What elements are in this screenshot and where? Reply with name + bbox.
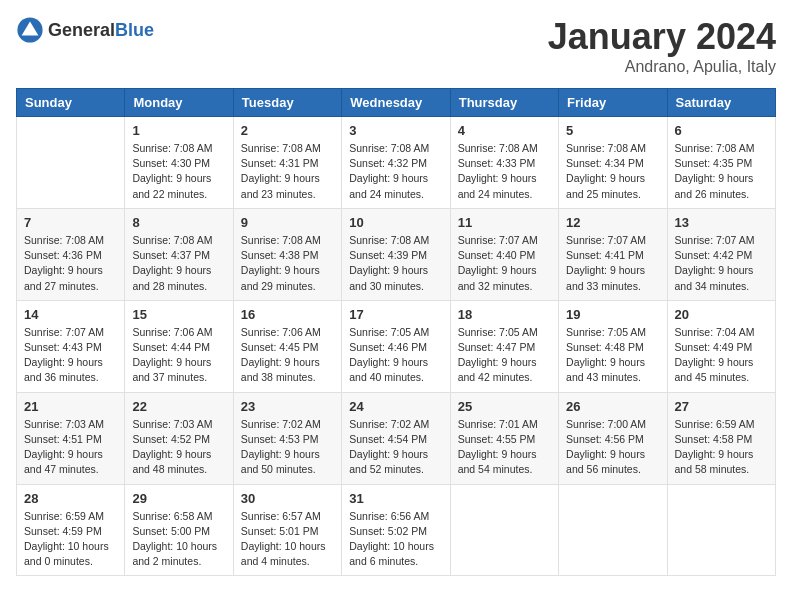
- calendar-week-row: 1 Sunrise: 7:08 AMSunset: 4:30 PMDayligh…: [17, 117, 776, 209]
- calendar-cell: 4 Sunrise: 7:08 AMSunset: 4:33 PMDayligh…: [450, 117, 558, 209]
- calendar-cell: 29 Sunrise: 6:58 AMSunset: 5:00 PMDaylig…: [125, 484, 233, 576]
- day-info: Sunrise: 6:57 AMSunset: 5:01 PMDaylight:…: [241, 509, 334, 570]
- day-number: 10: [349, 215, 442, 230]
- calendar-cell: 24 Sunrise: 7:02 AMSunset: 4:54 PMDaylig…: [342, 392, 450, 484]
- day-number: 2: [241, 123, 334, 138]
- calendar-cell: 11 Sunrise: 7:07 AMSunset: 4:40 PMDaylig…: [450, 208, 558, 300]
- calendar-cell: 7 Sunrise: 7:08 AMSunset: 4:36 PMDayligh…: [17, 208, 125, 300]
- calendar-cell: 25 Sunrise: 7:01 AMSunset: 4:55 PMDaylig…: [450, 392, 558, 484]
- day-info: Sunrise: 7:08 AMSunset: 4:39 PMDaylight:…: [349, 233, 442, 294]
- day-info: Sunrise: 7:02 AMSunset: 4:53 PMDaylight:…: [241, 417, 334, 478]
- calendar-cell: 27 Sunrise: 6:59 AMSunset: 4:58 PMDaylig…: [667, 392, 775, 484]
- day-info: Sunrise: 6:59 AMSunset: 4:59 PMDaylight:…: [24, 509, 117, 570]
- calendar-cell: 1 Sunrise: 7:08 AMSunset: 4:30 PMDayligh…: [125, 117, 233, 209]
- day-number: 26: [566, 399, 659, 414]
- calendar-cell: 8 Sunrise: 7:08 AMSunset: 4:37 PMDayligh…: [125, 208, 233, 300]
- day-number: 31: [349, 491, 442, 506]
- day-number: 6: [675, 123, 768, 138]
- calendar-cell: 23 Sunrise: 7:02 AMSunset: 4:53 PMDaylig…: [233, 392, 341, 484]
- calendar-cell: 18 Sunrise: 7:05 AMSunset: 4:47 PMDaylig…: [450, 300, 558, 392]
- day-number: 28: [24, 491, 117, 506]
- calendar-cell: 10 Sunrise: 7:08 AMSunset: 4:39 PMDaylig…: [342, 208, 450, 300]
- calendar-cell: 19 Sunrise: 7:05 AMSunset: 4:48 PMDaylig…: [559, 300, 667, 392]
- calendar-cell: 12 Sunrise: 7:07 AMSunset: 4:41 PMDaylig…: [559, 208, 667, 300]
- calendar-cell: 2 Sunrise: 7:08 AMSunset: 4:31 PMDayligh…: [233, 117, 341, 209]
- day-number: 27: [675, 399, 768, 414]
- calendar-cell: 16 Sunrise: 7:06 AMSunset: 4:45 PMDaylig…: [233, 300, 341, 392]
- day-number: 24: [349, 399, 442, 414]
- calendar-cell: 22 Sunrise: 7:03 AMSunset: 4:52 PMDaylig…: [125, 392, 233, 484]
- calendar-week-row: 14 Sunrise: 7:07 AMSunset: 4:43 PMDaylig…: [17, 300, 776, 392]
- weekday-header-row: SundayMondayTuesdayWednesdayThursdayFrid…: [17, 89, 776, 117]
- page-header: GeneralBlue January 2024 Andrano, Apulia…: [16, 16, 776, 76]
- weekday-header: Friday: [559, 89, 667, 117]
- day-info: Sunrise: 7:08 AMSunset: 4:31 PMDaylight:…: [241, 141, 334, 202]
- day-number: 8: [132, 215, 225, 230]
- calendar-cell: [450, 484, 558, 576]
- calendar-week-row: 21 Sunrise: 7:03 AMSunset: 4:51 PMDaylig…: [17, 392, 776, 484]
- day-number: 16: [241, 307, 334, 322]
- calendar-cell: 17 Sunrise: 7:05 AMSunset: 4:46 PMDaylig…: [342, 300, 450, 392]
- calendar-cell: [559, 484, 667, 576]
- calendar-cell: 31 Sunrise: 6:56 AMSunset: 5:02 PMDaylig…: [342, 484, 450, 576]
- day-number: 13: [675, 215, 768, 230]
- day-number: 19: [566, 307, 659, 322]
- day-number: 3: [349, 123, 442, 138]
- calendar-cell: 14 Sunrise: 7:07 AMSunset: 4:43 PMDaylig…: [17, 300, 125, 392]
- day-info: Sunrise: 7:06 AMSunset: 4:44 PMDaylight:…: [132, 325, 225, 386]
- calendar-cell: 13 Sunrise: 7:07 AMSunset: 4:42 PMDaylig…: [667, 208, 775, 300]
- calendar-cell: 26 Sunrise: 7:00 AMSunset: 4:56 PMDaylig…: [559, 392, 667, 484]
- logo-icon: [16, 16, 44, 44]
- day-info: Sunrise: 7:05 AMSunset: 4:48 PMDaylight:…: [566, 325, 659, 386]
- weekday-header: Thursday: [450, 89, 558, 117]
- day-number: 22: [132, 399, 225, 414]
- calendar-cell: 28 Sunrise: 6:59 AMSunset: 4:59 PMDaylig…: [17, 484, 125, 576]
- day-info: Sunrise: 6:58 AMSunset: 5:00 PMDaylight:…: [132, 509, 225, 570]
- day-number: 7: [24, 215, 117, 230]
- day-number: 12: [566, 215, 659, 230]
- day-info: Sunrise: 6:59 AMSunset: 4:58 PMDaylight:…: [675, 417, 768, 478]
- calendar-cell: [17, 117, 125, 209]
- weekday-header: Tuesday: [233, 89, 341, 117]
- day-info: Sunrise: 7:03 AMSunset: 4:52 PMDaylight:…: [132, 417, 225, 478]
- day-info: Sunrise: 7:08 AMSunset: 4:34 PMDaylight:…: [566, 141, 659, 202]
- day-number: 14: [24, 307, 117, 322]
- day-info: Sunrise: 7:00 AMSunset: 4:56 PMDaylight:…: [566, 417, 659, 478]
- calendar-cell: 15 Sunrise: 7:06 AMSunset: 4:44 PMDaylig…: [125, 300, 233, 392]
- day-number: 20: [675, 307, 768, 322]
- day-info: Sunrise: 7:01 AMSunset: 4:55 PMDaylight:…: [458, 417, 551, 478]
- calendar-title: January 2024: [548, 16, 776, 58]
- day-info: Sunrise: 7:08 AMSunset: 4:33 PMDaylight:…: [458, 141, 551, 202]
- day-number: 9: [241, 215, 334, 230]
- calendar-cell: 3 Sunrise: 7:08 AMSunset: 4:32 PMDayligh…: [342, 117, 450, 209]
- day-info: Sunrise: 7:08 AMSunset: 4:37 PMDaylight:…: [132, 233, 225, 294]
- weekday-header: Sunday: [17, 89, 125, 117]
- day-info: Sunrise: 7:05 AMSunset: 4:46 PMDaylight:…: [349, 325, 442, 386]
- day-number: 11: [458, 215, 551, 230]
- day-number: 1: [132, 123, 225, 138]
- day-info: Sunrise: 7:08 AMSunset: 4:30 PMDaylight:…: [132, 141, 225, 202]
- day-number: 18: [458, 307, 551, 322]
- logo-text-general: General: [48, 20, 115, 40]
- calendar-cell: 6 Sunrise: 7:08 AMSunset: 4:35 PMDayligh…: [667, 117, 775, 209]
- calendar-table: SundayMondayTuesdayWednesdayThursdayFrid…: [16, 88, 776, 576]
- day-info: Sunrise: 7:07 AMSunset: 4:42 PMDaylight:…: [675, 233, 768, 294]
- calendar-cell: [667, 484, 775, 576]
- day-info: Sunrise: 7:03 AMSunset: 4:51 PMDaylight:…: [24, 417, 117, 478]
- weekday-header: Monday: [125, 89, 233, 117]
- logo: GeneralBlue: [16, 16, 154, 44]
- day-number: 29: [132, 491, 225, 506]
- weekday-header: Saturday: [667, 89, 775, 117]
- calendar-subtitle: Andrano, Apulia, Italy: [548, 58, 776, 76]
- day-info: Sunrise: 7:07 AMSunset: 4:43 PMDaylight:…: [24, 325, 117, 386]
- calendar-week-row: 7 Sunrise: 7:08 AMSunset: 4:36 PMDayligh…: [17, 208, 776, 300]
- calendar-week-row: 28 Sunrise: 6:59 AMSunset: 4:59 PMDaylig…: [17, 484, 776, 576]
- day-info: Sunrise: 7:07 AMSunset: 4:41 PMDaylight:…: [566, 233, 659, 294]
- calendar-cell: 5 Sunrise: 7:08 AMSunset: 4:34 PMDayligh…: [559, 117, 667, 209]
- day-info: Sunrise: 6:56 AMSunset: 5:02 PMDaylight:…: [349, 509, 442, 570]
- calendar-cell: 9 Sunrise: 7:08 AMSunset: 4:38 PMDayligh…: [233, 208, 341, 300]
- day-number: 17: [349, 307, 442, 322]
- day-number: 23: [241, 399, 334, 414]
- day-info: Sunrise: 7:04 AMSunset: 4:49 PMDaylight:…: [675, 325, 768, 386]
- day-info: Sunrise: 7:08 AMSunset: 4:35 PMDaylight:…: [675, 141, 768, 202]
